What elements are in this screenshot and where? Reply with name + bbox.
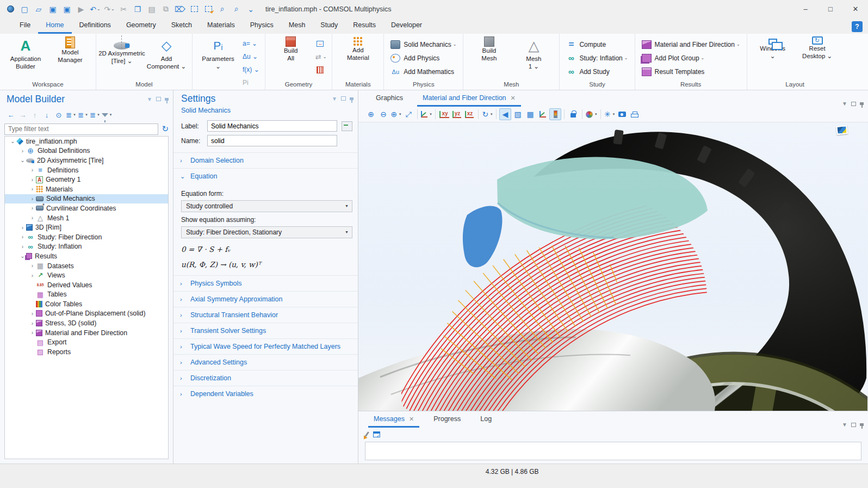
section-advanced-settings[interactable]: ›Advanced Settings (173, 354, 358, 370)
message-settings-icon[interactable] (373, 431, 380, 437)
zoom-out-icon[interactable]: ⊖ (377, 108, 389, 120)
float-panel-icon[interactable] (851, 102, 856, 106)
menu-tab-sketch[interactable]: Sketch (164, 18, 200, 34)
geometry-array-button[interactable] (313, 63, 329, 76)
cut-icon[interactable]: ✂ (117, 3, 130, 16)
reset-desktop-button[interactable]: ResetDesktop ⌄ (795, 35, 840, 80)
tab-progress[interactable]: Progress (428, 412, 466, 428)
tree-item-material-and-fiber-direction[interactable]: ›Material and Fiber Direction (5, 328, 168, 338)
environment-reflections-icon[interactable]: ▧ (512, 108, 524, 120)
menu-tab-definitions[interactable]: Definitions (72, 18, 119, 34)
tree-item-stress-3d-solid[interactable]: ›Stress, 3D (solid) (5, 318, 168, 328)
equation-form-select[interactable]: Study controlled (181, 200, 352, 212)
chevron-right-icon[interactable]: › (29, 205, 36, 211)
parameters-button[interactable]: Parameters⌄ (196, 35, 240, 89)
paste-icon[interactable]: ▤ (145, 3, 158, 16)
section-structural-transient-behavior[interactable]: ›Structural Transient Behavior (173, 307, 358, 323)
find-and-replace-icon[interactable]: ⌕ (230, 3, 243, 16)
show-axes-icon[interactable] (537, 108, 549, 120)
save-as-icon[interactable]: ▣ (60, 3, 73, 16)
chevron-right-icon[interactable]: › (19, 148, 26, 154)
tree-item-mesh-1[interactable]: ›△Mesh 1 (5, 213, 168, 223)
tree-item-reports[interactable]: ▨Reports (5, 347, 168, 357)
go-back-icon[interactable]: ← (5, 109, 16, 120)
chevron-down-icon[interactable]: ⌄ (19, 157, 26, 163)
menu-tab-results[interactable]: Results (345, 18, 383, 34)
menu-tab-physics[interactable]: Physics (243, 18, 281, 34)
clear-messages-icon[interactable] (364, 431, 369, 437)
2d-axisymmetric-button[interactable]: 2D Axisymmetric[Tire] ⌄ (100, 35, 144, 80)
tree-item-global-definitions[interactable]: ›⊕Global Definitions (5, 146, 168, 156)
variables-button[interactable]: a= ⌄ (240, 37, 262, 50)
view-orientation-icon[interactable]: ▾ (420, 108, 432, 120)
chevron-right-icon[interactable]: › (29, 311, 36, 317)
color-legend-icon[interactable] (549, 108, 561, 120)
rebuild-button[interactable]: ⌄ (313, 50, 329, 63)
name-field[interactable] (207, 135, 337, 146)
panel-menu-icon[interactable]: ▼ (147, 96, 152, 102)
windows-button[interactable]: Windows⌄ (751, 35, 795, 80)
menu-tab-file[interactable]: File (12, 18, 38, 34)
refresh-icon[interactable]: ↻ (162, 124, 169, 134)
close-icon[interactable]: ✕ (409, 416, 414, 423)
help-button[interactable]: ? (852, 21, 863, 32)
duplicate-icon[interactable]: ⧉ (159, 3, 172, 16)
run-application-icon[interactable]: ▶ (75, 3, 88, 16)
tree-item-tire-inflation-mph[interactable]: ⌄tire_inflation.mph (5, 137, 168, 146)
add-mathematics-button[interactable]: Add Mathematics (387, 65, 460, 78)
tree-item-geometry-1[interactable]: ›AGeometry 1 (5, 175, 168, 184)
delete-icon[interactable]: ⌦ (173, 3, 187, 16)
nonlocal-couplings-button[interactable]: Δu ⌄ (240, 50, 262, 63)
open-file-icon[interactable]: ▱ (32, 3, 45, 16)
view-xz-icon[interactable]: xz (463, 108, 475, 120)
material-and-fiber-direction-button[interactable]: Material and Fiber Direction⌄ (638, 38, 743, 51)
result-templates-button[interactable]: Result Templates (638, 65, 743, 78)
print-icon[interactable] (629, 108, 641, 120)
zoom-extents-icon[interactable]: ⤢ (402, 108, 414, 120)
redo-icon[interactable]: ↷⌄ (103, 3, 116, 16)
compute-button[interactable]: Compute (563, 38, 631, 51)
color-theme-icon[interactable]: ▾ (585, 108, 598, 120)
toolbar-overflow-icon[interactable]: ⌄ (244, 3, 257, 16)
build-mesh-button[interactable]: BuildMesh (467, 35, 511, 80)
application-builder-button[interactable]: ApplicationBuilder (3, 35, 48, 80)
filter-icon[interactable]: ▾ (101, 109, 112, 120)
mesh-1-button[interactable]: Mesh1 ⌄ (511, 35, 556, 80)
pin-panel-icon[interactable] (165, 98, 169, 101)
select-box-icon[interactable] (188, 3, 201, 16)
float-panel-icon[interactable] (851, 423, 856, 427)
section-discretization[interactable]: ›Discretization (173, 370, 358, 386)
section-equation[interactable]: ⌄ Equation (173, 168, 358, 184)
solid-mechanics-button[interactable]: Solid Mechanics⌄ (387, 38, 460, 51)
menu-tab-materials[interactable]: Materials (200, 18, 243, 34)
tab-material-and-fiber-direction[interactable]: Material and Fiber Direction✕ (417, 91, 521, 107)
close-icon[interactable]: ✕ (511, 95, 516, 102)
show-grid-icon[interactable]: ▦ (524, 108, 536, 120)
tab-graphics[interactable]: Graphics (370, 91, 408, 107)
scene-settings-icon[interactable]: ✳▾ (604, 108, 616, 120)
scene-light-icon[interactable]: ◀ (499, 108, 511, 120)
float-panel-icon[interactable] (156, 97, 161, 101)
functions-button[interactable]: f(x) ⌄ (240, 63, 262, 76)
study-inflation-button[interactable]: Study: Inflation⌄ (563, 51, 631, 65)
add-component-button[interactable]: AddComponent ⌄ (144, 35, 189, 80)
chevron-right-icon[interactable]: › (29, 167, 36, 173)
chevron-right-icon[interactable]: › (29, 273, 36, 279)
tree-item-results[interactable]: ⌄Results (5, 251, 168, 261)
move-down-icon[interactable]: ↓ (41, 109, 52, 120)
section-typical-wave-speed-for-perfectly-matched-layers[interactable]: ›Typical Wave Speed for Perfectly Matche… (173, 338, 358, 354)
save-icon[interactable]: ▣ (46, 3, 59, 16)
view-lock-icon[interactable] (567, 108, 579, 120)
chevron-right-icon[interactable]: › (19, 234, 26, 240)
chevron-down-icon[interactable]: ⌄ (9, 138, 16, 144)
show-icon[interactable]: ⊙ (53, 109, 64, 120)
tree-item-curvilinear-coordinates[interactable]: ›Curvilinear Coordinates (5, 203, 168, 213)
section-transient-solver-settings[interactable]: ›Transient Solver Settings (173, 323, 358, 338)
section-dependent-variables[interactable]: ›Dependent Variables (173, 386, 358, 401)
pin-panel-icon[interactable] (860, 423, 864, 426)
model-manager-button[interactable]: ModelManager (48, 35, 92, 80)
parameter-case-button[interactable]: Pi (240, 76, 262, 89)
build-all-button[interactable]: BuildAll (269, 35, 313, 80)
add-material-button[interactable]: AddMaterial (336, 35, 380, 80)
tree-item-3d-rim[interactable]: ›3D [Rim] (5, 223, 168, 232)
